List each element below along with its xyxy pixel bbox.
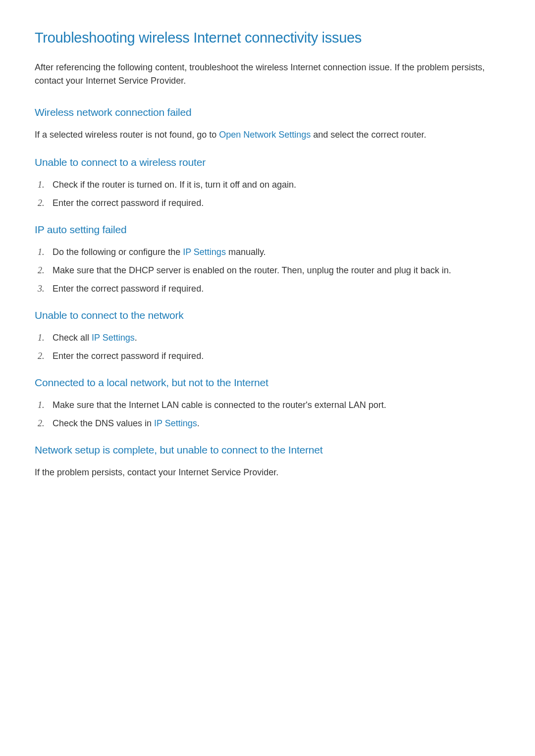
list-item: Do the following or configure the IP Set…: [35, 246, 500, 259]
heading-connected-local-not-internet: Connected to a local network, but not to…: [35, 377, 500, 389]
text-wireless-failed: If a selected wireless router is not fou…: [35, 128, 500, 142]
text-segment: manually.: [226, 247, 266, 257]
list-connected-local-not-internet: Make sure that the Internet LAN cable is…: [35, 399, 500, 430]
list-ip-auto-failed: Do the following or configure the IP Set…: [35, 246, 500, 296]
list-item: Enter the correct password if required.: [35, 197, 500, 210]
heading-ip-auto-failed: IP auto setting failed: [35, 224, 500, 236]
heading-wireless-failed: Wireless network connection failed: [35, 106, 500, 118]
list-item: Enter the correct password if required.: [35, 350, 500, 363]
text-segment: Check all: [53, 333, 92, 343]
list-item: Check if the router is turned on. If it …: [35, 178, 500, 192]
list-item: Check the DNS values in IP Settings.: [35, 417, 500, 430]
list-item: Make sure that the Internet LAN cable is…: [35, 399, 500, 412]
list-unable-connect-router: Check if the router is turned on. If it …: [35, 178, 500, 210]
text-setup-complete-no-internet: If the problem persists, contact your In…: [35, 466, 500, 479]
text-segment: Check the DNS values in: [53, 418, 154, 428]
link-ip-settings[interactable]: IP Settings: [183, 247, 226, 257]
heading-unable-connect-network: Unable to connect to the network: [35, 309, 500, 321]
text-segment: .: [135, 333, 137, 343]
intro-paragraph: After referencing the following content,…: [35, 61, 500, 88]
heading-setup-complete-no-internet: Network setup is complete, but unable to…: [35, 444, 500, 456]
list-item: Enter the correct password if required.: [35, 282, 500, 296]
link-open-network-settings[interactable]: Open Network Settings: [219, 130, 311, 140]
list-item: Check all IP Settings.: [35, 331, 500, 345]
text-segment: .: [197, 418, 200, 428]
text-segment: If a selected wireless router is not fou…: [35, 130, 219, 140]
main-title: Troubleshooting wireless Internet connec…: [35, 30, 500, 46]
link-ip-settings[interactable]: IP Settings: [92, 333, 135, 343]
list-item: Make sure that the DHCP server is enable…: [35, 264, 500, 277]
text-segment: and select the correct router.: [311, 130, 426, 140]
text-segment: Do the following or configure the: [53, 247, 183, 257]
list-unable-connect-network: Check all IP Settings. Enter the correct…: [35, 331, 500, 363]
heading-unable-connect-router: Unable to connect to a wireless router: [35, 156, 500, 168]
link-ip-settings[interactable]: IP Settings: [154, 418, 197, 428]
